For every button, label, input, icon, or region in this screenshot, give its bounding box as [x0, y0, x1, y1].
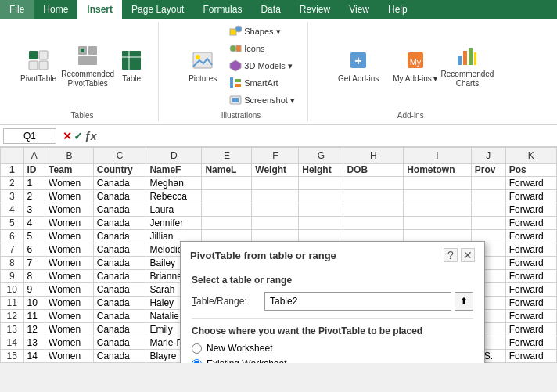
icons-button[interactable]: Icons — [226, 41, 298, 56]
row-num[interactable]: 9 — [1, 270, 24, 283]
pos[interactable]: Forward — [505, 336, 556, 350]
pos[interactable]: Forward — [505, 297, 556, 310]
get-addins-button[interactable]: + Get Add-ins — [333, 45, 383, 87]
row-num[interactable]: 15 — [1, 350, 24, 363]
id[interactable]: 14 — [23, 350, 45, 363]
country[interactable]: Canada — [93, 217, 146, 230]
col-header-f[interactable]: F — [252, 148, 299, 164]
team[interactable]: Women — [45, 323, 94, 336]
col-header-d[interactable]: D — [146, 148, 202, 164]
row-num[interactable]: 2 — [1, 177, 24, 190]
id[interactable]: 2 — [23, 190, 45, 203]
row-num[interactable]: 4 — [1, 203, 24, 217]
country[interactable]: Canada — [93, 270, 146, 283]
country[interactable]: Canada — [93, 257, 146, 270]
country[interactable]: Canada — [93, 243, 146, 257]
id[interactable]: 8 — [23, 270, 45, 283]
tab-file[interactable]: File — [0, 0, 34, 19]
col-header-i[interactable]: I — [404, 148, 472, 164]
team[interactable]: Women — [45, 336, 94, 350]
new-worksheet-input[interactable] — [192, 343, 202, 354]
tab-page-layout[interactable]: Page Layout — [122, 0, 193, 19]
hometown[interactable] — [404, 217, 472, 230]
pos[interactable]: Forward — [505, 350, 556, 363]
id[interactable]: 4 — [23, 217, 45, 230]
height[interactable] — [299, 177, 343, 190]
team[interactable]: Women — [45, 270, 94, 283]
prov[interactable] — [471, 203, 505, 217]
team[interactable]: Women — [45, 283, 94, 297]
country[interactable]: Canada — [93, 323, 146, 336]
row-num[interactable]: 8 — [1, 257, 24, 270]
id[interactable]: 5 — [23, 230, 45, 243]
formula-input[interactable] — [103, 129, 554, 143]
col-header-a[interactable]: A — [23, 148, 45, 164]
country[interactable]: Canada — [93, 190, 146, 203]
team[interactable]: Women — [45, 217, 94, 230]
namef[interactable]: Jennifer — [146, 217, 202, 230]
pos[interactable]: Forward — [505, 270, 556, 283]
prov[interactable] — [471, 190, 505, 203]
tab-home[interactable]: Home — [34, 0, 77, 19]
dob[interactable] — [343, 190, 404, 203]
height[interactable] — [299, 203, 343, 217]
my-addins-button[interactable]: My My Add-ins ▾ — [388, 45, 442, 87]
dob[interactable] — [343, 203, 404, 217]
team[interactable]: Women — [45, 310, 94, 323]
team[interactable]: Women — [45, 203, 94, 217]
id[interactable]: 13 — [23, 336, 45, 350]
row-num[interactable]: 13 — [1, 323, 24, 336]
tab-data[interactable]: Data — [251, 0, 289, 19]
pos[interactable]: Forward — [505, 217, 556, 230]
col-header-c[interactable]: C — [93, 148, 146, 164]
pos[interactable]: Forward — [505, 177, 556, 190]
namef[interactable]: Laura — [146, 203, 202, 217]
team[interactable]: Women — [45, 230, 94, 243]
table-button[interactable]: Table — [114, 45, 149, 87]
namef[interactable]: Meghan — [146, 177, 202, 190]
row-num[interactable]: 7 — [1, 243, 24, 257]
team[interactable]: Women — [45, 190, 94, 203]
row-num[interactable]: 6 — [1, 230, 24, 243]
row-num[interactable]: 10 — [1, 283, 24, 297]
pos[interactable]: Forward — [505, 190, 556, 203]
id[interactable]: 3 — [23, 203, 45, 217]
col-header-k[interactable]: K — [505, 148, 556, 164]
height[interactable] — [299, 190, 343, 203]
namel[interactable] — [202, 217, 252, 230]
row-num[interactable]: 14 — [1, 336, 24, 350]
country[interactable]: Canada — [93, 336, 146, 350]
row-num[interactable]: 11 — [1, 297, 24, 310]
id[interactable]: 12 — [23, 323, 45, 336]
id[interactable]: 10 — [23, 297, 45, 310]
pos[interactable]: Forward — [505, 310, 556, 323]
3d-models-button[interactable]: 3D Models ▾ — [226, 58, 298, 74]
cell-reference-box[interactable] — [3, 128, 56, 144]
row-num[interactable]: 5 — [1, 217, 24, 230]
dialog-help-icon[interactable]: ? — [444, 248, 458, 262]
height[interactable] — [299, 217, 343, 230]
rec-charts-button[interactable]: Recommended Charts — [447, 40, 487, 92]
hometown[interactable] — [404, 177, 472, 190]
screenshot-button[interactable]: Screenshot ▾ — [226, 92, 298, 108]
smartart-button[interactable]: SmartArt — [226, 75, 298, 91]
tab-review[interactable]: Review — [290, 0, 340, 19]
namel[interactable] — [202, 203, 252, 217]
row-num[interactable]: 12 — [1, 310, 24, 323]
country[interactable]: Canada — [93, 283, 146, 297]
weight[interactable] — [252, 203, 299, 217]
pos[interactable]: Forward — [505, 203, 556, 217]
hometown[interactable] — [404, 203, 472, 217]
prov[interactable] — [471, 217, 505, 230]
country[interactable]: Canada — [93, 203, 146, 217]
pivot-table-button[interactable]: PivotTable — [16, 45, 61, 87]
row-num[interactable]: 3 — [1, 190, 24, 203]
id[interactable]: 6 — [23, 243, 45, 257]
col-header-j[interactable]: J — [471, 148, 505, 164]
weight[interactable] — [252, 217, 299, 230]
table-range-collapse-btn[interactable]: ⬆ — [455, 292, 473, 311]
rec-pivot-button[interactable]: Recommended PivotTables — [66, 40, 110, 92]
country[interactable]: Canada — [93, 297, 146, 310]
pictures-button[interactable]: Pictures — [184, 45, 221, 87]
id[interactable]: 9 — [23, 283, 45, 297]
